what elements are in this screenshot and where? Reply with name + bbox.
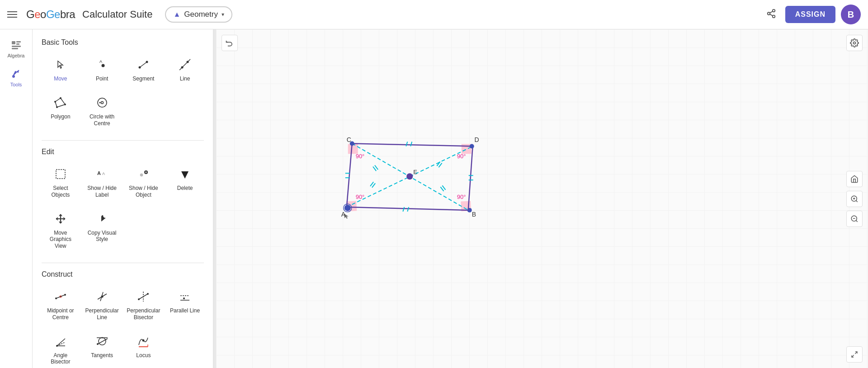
svg-line-36 — [56, 295, 65, 298]
tool-angle-bisector[interactable]: Angle Bisector — [42, 329, 80, 368]
point-icon: A — [94, 57, 110, 73]
undo-button[interactable] — [222, 35, 238, 51]
move-graphics-icon — [52, 211, 69, 227]
svg-point-10 — [12, 75, 15, 78]
svg-rect-8 — [12, 46, 21, 47]
svg-line-76 — [406, 142, 407, 146]
algebra-icon — [10, 38, 23, 51]
svg-text:A: A — [97, 170, 101, 176]
polygon-label: Polygon — [51, 113, 70, 120]
tool-select-objects[interactable]: Select Objects — [42, 161, 80, 203]
tool-midpoint[interactable]: Midpoint or Centre — [42, 284, 80, 325]
avatar[interactable]: B — [841, 5, 861, 24]
tool-polygon[interactable]: Polygon — [42, 90, 80, 131]
svg-marker-19 — [55, 98, 65, 107]
svg-rect-27 — [56, 170, 65, 179]
tool-locus[interactable]: Locus — [125, 329, 163, 368]
svg-point-32 — [140, 174, 143, 176]
point-label: Point — [96, 75, 108, 82]
circle-centre-label: Circle with Centre — [85, 113, 119, 127]
canvas-area[interactable]: 90° 90° 90° 90° A B C D E — [216, 29, 868, 368]
tool-perpendicular-line[interactable]: Perpendicular Line — [83, 284, 121, 325]
midpoint-label: Midpoint or Centre — [43, 307, 78, 321]
svg-line-77 — [410, 142, 412, 146]
tool-line[interactable]: Line — [166, 52, 204, 86]
tool-show-hide-label[interactable]: A A Show / Hide Label — [83, 161, 121, 203]
tool-move-graphics[interactable]: Move Graphics View — [42, 206, 80, 254]
tools-panel: Basic Tools Move A Point — [33, 29, 213, 368]
svg-point-59 — [854, 42, 856, 44]
svg-line-68 — [852, 355, 854, 357]
svg-text:D: D — [475, 136, 479, 143]
construct-tools-grid: Midpoint or Centre Perpendicular Line — [42, 284, 204, 368]
tool-show-hide-object[interactable]: Show / Hide Object — [125, 161, 163, 203]
settings-button[interactable] — [846, 35, 863, 51]
svg-point-103 — [470, 144, 474, 149]
show-hide-object-icon — [135, 166, 151, 182]
svg-point-0 — [772, 9, 775, 12]
logo: GeoGebra — [26, 8, 75, 21]
svg-text:90°: 90° — [457, 193, 466, 200]
midpoint-icon — [52, 288, 69, 305]
sidebar-item-tools[interactable]: Tools — [3, 64, 30, 91]
sidebar-item-algebra[interactable]: Algebra — [3, 35, 30, 62]
perpendicular-line-icon — [94, 288, 110, 305]
geometry-canvas[interactable]: 90° 90° 90° 90° A B C D E — [216, 29, 868, 368]
svg-point-21 — [64, 104, 66, 105]
share-button[interactable] — [763, 5, 780, 24]
tool-parallel-line[interactable]: Parallel Line — [166, 284, 204, 325]
svg-point-1 — [767, 12, 770, 15]
icon-sidebar: Algebra Tools — [0, 29, 33, 368]
svg-rect-5 — [12, 41, 15, 44]
svg-line-79 — [407, 207, 409, 212]
geometry-dropdown[interactable]: ▲ Geometry ▾ — [165, 6, 232, 23]
circle-centre-icon — [94, 94, 110, 111]
svg-point-105 — [406, 173, 413, 179]
zoom-in-button[interactable] — [846, 191, 863, 207]
tool-move[interactable]: Move — [42, 52, 80, 86]
svg-point-53 — [101, 337, 103, 338]
tool-perp-bisector[interactable]: Perpendicular Bisector — [125, 284, 163, 325]
tool-segment[interactable]: Segment — [125, 52, 163, 86]
svg-line-65 — [856, 220, 857, 222]
segment-label: Segment — [132, 75, 154, 82]
fullscreen-button[interactable] — [846, 346, 863, 363]
select-objects-icon — [52, 166, 69, 182]
locus-icon — [135, 333, 151, 349]
svg-rect-7 — [16, 43, 19, 45]
edit-tools-grid: Select Objects A A Show / Hide Label — [42, 161, 204, 254]
tool-delete[interactable]: Delete — [166, 161, 204, 203]
zoom-out-button[interactable] — [846, 211, 863, 227]
svg-line-15 — [140, 62, 147, 67]
svg-line-49 — [57, 342, 65, 346]
move-graphics-label: Move Graphics View — [43, 230, 78, 249]
svg-line-61 — [856, 200, 857, 202]
algebra-label: Algebra — [8, 53, 25, 58]
copy-visual-style-label: Copy Visual Style — [85, 230, 119, 243]
home-button[interactable] — [846, 171, 863, 187]
canvas-bottom-right — [846, 346, 863, 363]
tool-circle-centre[interactable]: Circle with Centre — [83, 90, 121, 131]
basic-tools-grid: Move A Point — [42, 52, 204, 131]
tool-point[interactable]: A Point — [83, 52, 121, 86]
svg-line-67 — [855, 352, 857, 354]
svg-line-78 — [403, 207, 404, 212]
svg-point-56 — [142, 339, 145, 341]
geometry-icon: ▲ — [173, 10, 180, 19]
svg-point-24 — [98, 98, 107, 107]
tool-tangents[interactable]: Tangents — [83, 329, 121, 368]
assign-button[interactable]: ASSIGN — [785, 6, 835, 23]
svg-line-4 — [770, 11, 773, 13]
svg-rect-9 — [12, 48, 18, 49]
polygon-icon — [52, 94, 69, 111]
calculator-suite-label: Calculator Suite — [82, 9, 152, 20]
svg-line-47 — [57, 339, 65, 346]
tool-copy-visual-style[interactable]: Copy Visual Style — [83, 206, 121, 254]
main-content: Algebra Tools Basic Tools Move — [0, 29, 868, 368]
svg-point-96 — [345, 205, 350, 211]
menu-icon[interactable] — [7, 11, 17, 18]
perp-bisector-label: Perpendicular Bisector — [127, 307, 161, 321]
tangents-icon — [94, 333, 110, 349]
svg-point-20 — [60, 97, 61, 99]
tangents-label: Tangents — [91, 352, 113, 359]
